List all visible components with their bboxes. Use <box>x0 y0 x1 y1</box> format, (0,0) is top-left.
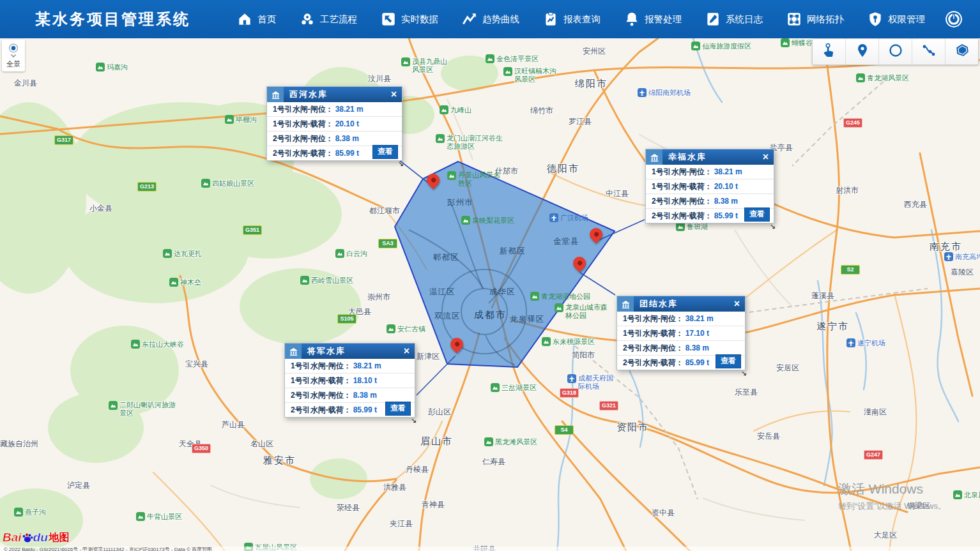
close-icon[interactable]: × <box>758 149 774 165</box>
top-nav-bar: 某水务项目管理系统 首页工艺流程实时数据趋势曲线报表查询报警处理系统日志网络拓扑… <box>0 0 980 38</box>
watermark-line1: 激活 Windows <box>838 480 946 498</box>
map-label: 金川县 <box>14 78 37 89</box>
map-label: 新津区 <box>417 351 440 362</box>
map-label: 温江区 <box>429 287 456 298</box>
popup-header: 将军水库× <box>285 343 415 359</box>
map-label: 成华区 <box>489 287 516 298</box>
view-button[interactable]: 查看 <box>385 402 411 416</box>
popup-header: 团结水库× <box>617 296 745 312</box>
scenic-area-icon <box>447 171 456 180</box>
marker-tool-button[interactable] <box>846 39 879 64</box>
close-icon[interactable]: × <box>399 343 415 359</box>
nav-menu: 首页工艺流程实时数据趋势曲线报表查询报警处理系统日志网络拓扑权限管理 <box>236 11 925 27</box>
popup-jiangjun: 将军水库×1号引水闸-闸位：38.21 m1号引水闸-载荷：18.10 t2号引… <box>284 343 415 418</box>
nav-item-home[interactable]: 首页 <box>236 11 276 27</box>
popup-anchor-arrow: ↘ <box>398 160 404 168</box>
road-shield: G350 <box>192 444 211 453</box>
road-shield: G321 <box>599 401 618 411</box>
panorama-pegman-icon <box>6 43 20 59</box>
map-label: 罗江县 <box>569 116 592 127</box>
view-button[interactable]: 查看 <box>716 354 741 368</box>
app-title: 某水务项目管理系统 <box>35 9 190 29</box>
scenic-area-icon <box>856 73 865 82</box>
nav-item-topology[interactable]: 网络拓扑 <box>786 11 844 27</box>
airport-icon <box>846 338 855 347</box>
popup-title: 幸福水库 <box>662 151 758 163</box>
panorama-control[interactable]: 全景 <box>2 40 25 72</box>
map-pin-icon <box>855 43 870 61</box>
map-pin[interactable] <box>448 335 466 353</box>
map-label: 安州区 <box>583 46 606 57</box>
nav-item-alarm[interactable]: 报警处理 <box>624 11 682 27</box>
map-label: 彭山区 <box>428 407 451 418</box>
circle-tool-button[interactable] <box>879 39 912 64</box>
popup-row: 1号引水闸-闸位：38.21 m <box>285 359 415 374</box>
baidu-maps-logo: Bai du 地图 <box>3 531 70 545</box>
map-label: 夹江县 <box>390 518 413 529</box>
map-label: 茂县九鼎山风景区 <box>401 57 447 73</box>
road-shield: G247 <box>864 450 883 460</box>
map-label: 黑龙滩风景区 <box>484 437 537 447</box>
polygon-draw-icon <box>954 43 970 61</box>
popup-row: 1号引水闸-闸位：38.21 m <box>617 312 745 326</box>
map-label: 丹景山风景名胜区 <box>447 171 502 187</box>
hand-pointer-icon <box>822 43 837 61</box>
map-label: 崇州市 <box>367 292 390 303</box>
scenic-area-icon <box>335 249 344 258</box>
map-label: 安仁古镇 <box>387 324 425 334</box>
close-icon[interactable]: × <box>729 296 745 312</box>
popup-anchor-arrow: ↘ <box>770 222 776 230</box>
popup-row: 1号引水闸-载荷：17.10 t <box>617 326 745 341</box>
close-icon[interactable]: × <box>386 87 402 102</box>
scenic-area-icon <box>96 63 105 72</box>
map-label: 双流区 <box>434 311 461 322</box>
road-shield: S2 <box>841 265 860 275</box>
map-label: 广汉机场 <box>549 213 588 223</box>
map-label: 青龙湖湿地公园 <box>530 292 590 301</box>
hand-tool-button[interactable] <box>813 39 846 64</box>
scenic-area-icon <box>676 222 685 231</box>
nav-item-process[interactable]: 工艺流程 <box>299 11 357 27</box>
nav-item-syslog[interactable]: 系统日志 <box>705 11 763 27</box>
report-query-icon <box>542 11 559 27</box>
map-label: 鲁班湖 <box>676 222 708 232</box>
map-label: 南充高坪机场 <box>944 252 980 262</box>
popup-row: 2号引水闸-载荷：85.99 t查看 <box>285 403 415 417</box>
reservoir-icon <box>267 87 284 102</box>
alarm-bell-icon <box>624 11 640 27</box>
map-label: 资阳市 <box>616 421 649 434</box>
map-toolbar <box>812 38 979 65</box>
nav-item-permission[interactable]: 权限管理 <box>867 11 925 27</box>
map-pin[interactable] <box>587 225 605 243</box>
map-label: 金堂县 <box>553 236 579 247</box>
map-label: 绵竹市 <box>530 105 553 116</box>
popup-header: 幸福水库× <box>646 149 774 165</box>
popup-row: 2号引水闸-闸位：8.38 m <box>646 194 774 209</box>
nav-item-realtime[interactable]: 实时数据 <box>380 11 438 27</box>
logout-power-button[interactable] <box>944 10 963 29</box>
map-label: 嘉陵区 <box>951 267 974 278</box>
map-pin[interactable] <box>570 254 588 272</box>
scenic-area-icon <box>131 340 140 349</box>
polygon-tool-button[interactable] <box>946 39 978 64</box>
map-label: 绵阳市 <box>575 78 608 90</box>
popup-title: 将军水库 <box>302 345 399 357</box>
popup-row: 1号引水闸-载荷：20.10 t <box>646 179 774 194</box>
nav-item-trend[interactable]: 趋势曲线 <box>461 11 519 27</box>
polyline-tool-button[interactable] <box>912 39 946 64</box>
scenic-area-icon <box>201 179 210 188</box>
scenic-area-icon <box>781 38 790 47</box>
map-label: 遂宁市 <box>816 321 849 333</box>
nav-item-report[interactable]: 报表查询 <box>542 11 601 27</box>
system-log-icon <box>705 11 721 27</box>
map-label: 安岳县 <box>757 431 780 442</box>
map-label: 达瓦更扎 <box>163 249 202 259</box>
scenic-area-icon <box>484 437 493 446</box>
view-button[interactable]: 查看 <box>372 145 398 159</box>
map-canvas[interactable]: 金川县汶川县小金县安州区绵阳市罗江县绵竹市什邡市德阳市中江县盐亭县射洪市西充县南… <box>0 38 980 551</box>
map-pin[interactable] <box>424 171 442 189</box>
popup-row: 2号引水闸-闸位：8.38 m <box>285 388 415 403</box>
popup-row: 1号引水闸-载荷：20.10 t <box>267 117 402 132</box>
view-button[interactable]: 查看 <box>744 208 770 222</box>
polyline-draw-icon <box>921 43 937 61</box>
